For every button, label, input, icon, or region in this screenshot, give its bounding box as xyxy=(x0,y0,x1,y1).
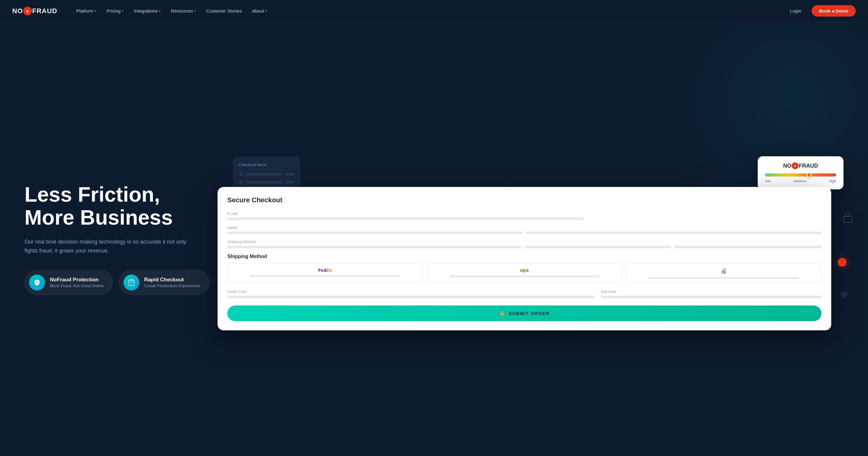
last-name-bar xyxy=(526,232,822,234)
hero-right: Checkout Items xyxy=(214,150,843,328)
fingerprint-icon xyxy=(839,290,849,303)
navbar: NO ● FRAUD Platform ▾ Pricing ▾ Integrat… xyxy=(0,0,868,22)
hero-section: Less Friction, More Business Our real ti… xyxy=(0,22,868,456)
fraud-slider-track xyxy=(765,174,836,177)
cta-checkout-text: Rapid Checkout Create Frictionless Exper… xyxy=(144,277,201,288)
fraud-slider-thumb xyxy=(806,172,812,178)
fedex-bar xyxy=(250,275,400,277)
email-bar xyxy=(227,218,584,220)
login-button[interactable]: Login xyxy=(785,6,806,16)
nav-pricing[interactable]: Pricing ▾ xyxy=(102,6,128,16)
fedex-logo: FedEx xyxy=(318,268,332,273)
chevron-down-icon: ▾ xyxy=(265,9,267,12)
ups-logo: ups xyxy=(520,268,529,273)
logo[interactable]: NO ● FRAUD xyxy=(12,7,57,15)
shield-icon xyxy=(29,275,45,291)
backdrop-price xyxy=(285,181,294,184)
svg-point-10 xyxy=(803,308,807,312)
address-bar-2 xyxy=(525,246,671,248)
backdrop-price xyxy=(285,173,294,176)
submit-label: SUBMIT ORDER xyxy=(508,311,550,316)
backdrop-bar xyxy=(246,181,282,184)
address-field: Shipping Address xyxy=(227,240,822,248)
nav-resources[interactable]: Resources ▾ xyxy=(167,6,200,16)
logo-no: NO xyxy=(12,7,23,15)
nav-links: Platform ▾ Pricing ▾ Integrations ▾ Reso… xyxy=(72,6,785,16)
shipping-option-ups[interactable]: ups xyxy=(427,264,622,283)
address-label: Shipping Address xyxy=(227,240,822,244)
svg-point-9 xyxy=(237,285,241,289)
cta-checkout[interactable]: Rapid Checkout Create Frictionless Exper… xyxy=(119,270,210,295)
credit-card-field: Credit Card xyxy=(227,290,595,298)
credit-card-bar xyxy=(227,296,595,298)
credit-card-label: Credit Card xyxy=(227,290,595,294)
ups-bar xyxy=(450,275,599,277)
hero-left: Less Friction, More Business Our real ti… xyxy=(25,183,214,295)
fraud-label-medium: medium xyxy=(793,179,806,183)
nav-about[interactable]: About ▾ xyxy=(248,6,271,16)
hero-subtitle: Our real time decision making technology… xyxy=(25,238,190,255)
chevron-down-icon: ▾ xyxy=(194,9,196,12)
logo-fraud: FRAUD xyxy=(32,7,57,15)
email-label: E-mail xyxy=(227,211,822,216)
checkout-main-card: Secure Checkout E-mail Name Shipping Add… xyxy=(218,187,831,330)
checkout-title: Secure Checkout xyxy=(227,196,822,204)
shipping-options: FedEx ups 🖨 xyxy=(227,264,822,283)
checkout-backdrop-title: Checkout Items xyxy=(239,162,294,167)
exp-date-label: Exp Date xyxy=(601,290,822,294)
chevron-down-icon: ▾ xyxy=(159,9,160,12)
address-bar-1 xyxy=(227,246,521,248)
shipping-option-other[interactable]: 🖨 xyxy=(626,264,822,283)
key-icon xyxy=(802,304,813,316)
other-shipping-icon: 🖨 xyxy=(721,268,727,275)
cart-icon xyxy=(123,275,140,291)
nav-platform[interactable]: Platform ▾ xyxy=(72,6,100,16)
chevron-down-icon: ▾ xyxy=(95,9,96,12)
nav-customer-stories[interactable]: Customer Stories xyxy=(202,6,246,16)
submit-order-button[interactable]: 🔒 SUBMIT ORDER xyxy=(227,306,822,321)
payment-row: Credit Card Exp Date xyxy=(227,290,822,298)
name-label: Name xyxy=(227,225,822,230)
book-demo-button[interactable]: Book a Demo xyxy=(812,5,856,17)
name-row xyxy=(227,232,822,234)
backdrop-bar xyxy=(246,173,282,176)
backdrop-dot xyxy=(239,173,243,176)
fraud-labels: low medium high xyxy=(765,179,836,183)
first-name-bar xyxy=(227,232,523,234)
chevron-down-icon: ▾ xyxy=(122,9,123,12)
backdrop-row xyxy=(239,173,294,176)
red-dot-indicator xyxy=(838,258,846,267)
hero-title: Less Friction, More Business xyxy=(25,183,214,229)
lock-bg-icon xyxy=(843,211,853,225)
nav-right: Login Book a Demo xyxy=(785,5,856,17)
fraud-logo-dot: ● xyxy=(792,162,799,169)
fraud-label-high: high xyxy=(829,179,836,183)
cta-buttons: NoFraud Protection Block Fraud, Not Good… xyxy=(25,270,214,295)
email-field: E-mail xyxy=(227,211,822,220)
shipping-section-title: Shipping Method xyxy=(227,254,822,259)
fraud-indicator-card: NO ● FRAUD low medium high xyxy=(758,156,843,189)
cta-protection-text: NoFraud Protection Block Fraud, Not Good… xyxy=(50,277,104,288)
other-bar xyxy=(649,277,799,279)
nav-integrations[interactable]: Integrations ▾ xyxy=(130,6,165,16)
cta-protection[interactable]: NoFraud Protection Block Fraud, Not Good… xyxy=(25,270,113,295)
shipping-option-fedex[interactable]: FedEx xyxy=(227,264,423,283)
address-bar-3 xyxy=(675,246,822,248)
logo-dot: ● xyxy=(23,7,32,15)
backdrop-row xyxy=(239,181,294,184)
exp-date-field: Exp Date xyxy=(601,290,822,298)
fraud-label-low: low xyxy=(765,179,771,183)
name-field: Name xyxy=(227,225,822,234)
svg-rect-7 xyxy=(843,216,852,222)
person-icon xyxy=(233,283,245,297)
exp-date-bar xyxy=(601,296,822,298)
lock-icon: 🔒 xyxy=(499,310,506,316)
address-row xyxy=(227,246,822,248)
fraud-card-logo: NO ● FRAUD xyxy=(765,162,836,169)
backdrop-dot xyxy=(239,181,243,184)
